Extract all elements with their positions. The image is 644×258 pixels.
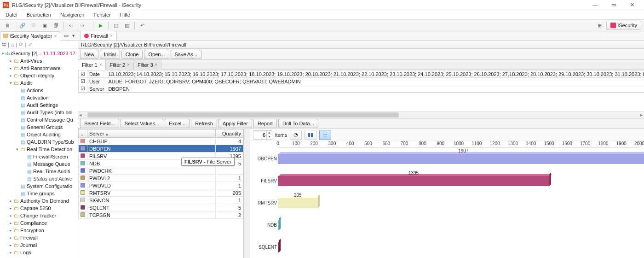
nav-tool1-icon[interactable]: ⇆	[2, 41, 6, 47]
window-close-button[interactable]: ✕	[623, 0, 641, 10]
drill-to-data-button[interactable]: Drill To Data...	[278, 119, 318, 128]
table-row[interactable]: PWDVL21	[79, 175, 243, 182]
tree-item[interactable]: ▤Actions	[0, 87, 78, 94]
tree-item[interactable]: ▤QAUDJRN Type/Sub	[0, 138, 78, 146]
tree-item[interactable]: ▤Control Message Qu	[0, 116, 78, 123]
link-icon[interactable]: 🔗	[18, 21, 27, 30]
editor-tab-close-icon[interactable]: ×	[110, 33, 113, 38]
col-server[interactable]: Server	[87, 129, 216, 138]
box-icon[interactable]: ▣	[40, 21, 49, 30]
doc-icon[interactable]: 🗐	[51, 21, 60, 30]
run-icon[interactable]: ▶	[96, 21, 105, 30]
tree-item[interactable]: ▸🗀Capture 5250	[0, 205, 78, 212]
perspective-button[interactable]: iSecurity	[606, 21, 641, 30]
open-button[interactable]: Open...	[144, 50, 169, 59]
table-vscroll[interactable]	[244, 129, 250, 258]
tree-item[interactable]: ▤Time groups	[0, 190, 78, 197]
tree-item[interactable]: ▸🗀Journal	[0, 241, 78, 249]
tree-item[interactable]: ▸🗀Anti-Virus	[0, 57, 78, 64]
menu-fenster[interactable]: Fenster	[90, 11, 115, 18]
filter-value[interactable]: AUDE; FORGOT; JZEIG; QDIRSRV; QPM400; QS…	[106, 78, 644, 85]
tree-item[interactable]: ▸🗀Compliance	[0, 219, 78, 227]
menu-datei[interactable]: Datei	[2, 11, 21, 18]
tree-item[interactable]: ▤Status and Active	[0, 175, 78, 182]
heart-icon[interactable]: ♡	[29, 21, 38, 30]
table-row[interactable]: DBOPEN1907	[79, 145, 243, 152]
col-quantity[interactable]: Quantity	[216, 129, 243, 138]
tree-item[interactable]: ▾🗀Audit	[0, 79, 78, 87]
select-field-button[interactable]: Select Field...	[80, 119, 119, 128]
table-row[interactable]: SQLENT5	[79, 204, 243, 211]
apply-filter-button[interactable]: Apply Filter	[218, 119, 252, 128]
tree-item[interactable]: ▸🗀Firewall	[0, 234, 78, 241]
new-file-icon[interactable]: 🗎	[3, 21, 12, 30]
tree-item[interactable]: ▤Firewall/Screen	[0, 153, 78, 160]
navigator-tab[interactable]: iSecurity Navigator ×	[0, 31, 60, 41]
tree-item[interactable]: ▤Real-Time Auditi	[0, 168, 78, 175]
initial-button[interactable]: Initial	[100, 50, 120, 59]
clone-button[interactable]: Clone	[121, 50, 143, 59]
tree-item[interactable]: ▸🗀Change Tracker	[0, 212, 78, 219]
filter-checkbox[interactable]: ☑	[79, 78, 87, 85]
tree-item[interactable]: ▸🗀Logs	[0, 249, 78, 256]
excel-button[interactable]: Excel...	[165, 119, 190, 128]
filter-tab[interactable]: Filter 2×	[106, 60, 133, 70]
chart-bar[interactable]: 1907	[278, 154, 644, 164]
table-row[interactable]: SIGNON1	[79, 197, 243, 204]
back-icon[interactable]: ⇐	[66, 21, 75, 30]
layout2-icon[interactable]: ▥	[122, 21, 132, 30]
item-count-stepper[interactable]: ▲▼	[253, 130, 272, 140]
tree-item[interactable]: ▸🗀Authority On Demand	[0, 197, 78, 205]
forward-icon[interactable]: ⇒	[77, 21, 86, 30]
tree-item[interactable]: ▤Object Auditing	[0, 131, 78, 138]
tree-item[interactable]: ▤Activation	[0, 94, 78, 101]
tree-item[interactable]: ▤System Configuratio	[0, 182, 78, 190]
tree-item[interactable]: ▸🗀Maintenance	[0, 256, 78, 258]
filter-tab[interactable]: Filter 1×	[78, 60, 106, 70]
nav-tool2-icon[interactable]: ⌂	[11, 42, 14, 47]
table-row[interactable]: PWDVLD1	[79, 182, 243, 189]
report-button[interactable]: Report	[253, 119, 277, 128]
tree-root[interactable]: ▾🖧iSecurity [2] – 11.11.2023 17:	[0, 50, 78, 57]
new-button[interactable]: New	[80, 50, 98, 59]
table-row[interactable]: RMTSRV205	[79, 189, 243, 197]
menu-hilfe[interactable]: Hilfe	[116, 11, 134, 18]
tree-item[interactable]: ▤Audit Types (info onl	[0, 109, 78, 116]
tree-item[interactable]: ▤Message Queue	[0, 160, 78, 168]
refresh-button[interactable]: Refresh	[191, 119, 217, 128]
filter-tab[interactable]: Filter 3×	[134, 60, 161, 70]
hbar-chart-icon[interactable]: ☰	[319, 130, 331, 140]
select-values-button[interactable]: Select Values...	[121, 119, 164, 128]
tree-item[interactable]: ▸🗀Encryption	[0, 227, 78, 234]
filter-checkbox[interactable]: ☑	[79, 85, 87, 93]
window-minimize-button[interactable]: —	[586, 0, 604, 10]
navigator-tab-close-icon[interactable]: ×	[54, 33, 57, 39]
layout1-icon[interactable]: ◫	[111, 21, 121, 30]
chart-bar[interactable]: 1395	[278, 176, 549, 186]
view-menu-icon[interactable]: ▾	[70, 33, 77, 39]
filter-value[interactable]: 13.10.2023; 14.10.2023; 15.10.2023; 16.1…	[106, 70, 644, 78]
filter-checkbox[interactable]: ☑	[79, 70, 87, 78]
bar-chart-icon[interactable]: ▮▮	[305, 130, 316, 140]
nav-tool3-icon[interactable]: ⟳	[19, 41, 23, 47]
tree-item[interactable]: ▤General Groups	[0, 123, 78, 131]
tree-item[interactable]: ▾🗀Real Time Detection	[0, 146, 78, 153]
view-minimize-icon[interactable]: ▭	[63, 33, 69, 39]
filter-tab-close-icon[interactable]: ×	[127, 62, 130, 67]
filter-hscroll[interactable]: ◂ ▸	[78, 111, 644, 118]
editor-tab-firewall[interactable]: Firewall ×	[80, 31, 117, 40]
window-maximize-button[interactable]: ▭	[604, 0, 623, 10]
table-row[interactable]: CHGUP4	[79, 138, 243, 145]
open-perspective-icon[interactable]: ⊞	[595, 21, 604, 30]
table-row[interactable]: TCPSGN2	[79, 211, 243, 219]
menu-bearbeiten[interactable]: Bearbeiten	[23, 11, 55, 18]
chart-bar[interactable]	[278, 242, 279, 252]
filter-tab-close-icon[interactable]: ×	[99, 62, 102, 67]
chart-bar[interactable]: 205	[278, 198, 318, 208]
tree-item[interactable]: ▸🗀Anti-Ransomware	[0, 64, 78, 72]
tree-item[interactable]: ▸🗀Object Integrity	[0, 72, 78, 79]
filter-value[interactable]: DBOPEN	[106, 85, 644, 93]
pie-chart-icon[interactable]: ◔	[290, 130, 302, 140]
tree-item[interactable]: ▤Audit Settings	[0, 101, 78, 109]
filter-tab-close-icon[interactable]: ×	[155, 62, 158, 67]
